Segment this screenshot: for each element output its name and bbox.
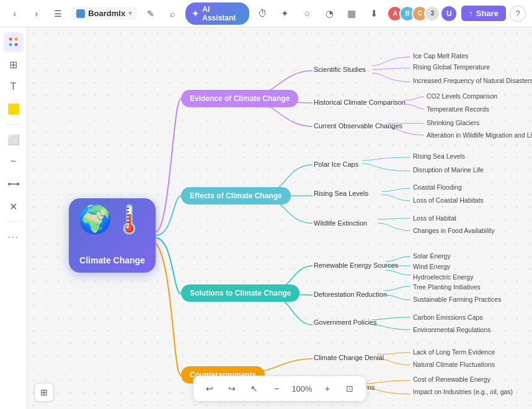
left-sidebar: ⊞ T ⬜ ~ ✕ ··· [0,27,27,409]
center-node-icon: 🌍🌡️ [78,203,146,235]
leaf-increased-freq: Increased Frequency of Natural Disasters [413,77,532,84]
leaf-loss-habitat: Loss of Habitat [413,214,456,222]
help-button[interactable]: ? [510,6,526,22]
sidebar-icon-sticky[interactable] [4,99,24,119]
redo-button[interactable]: ↪ [223,380,241,397]
svg-point-3 [14,43,17,46]
share-label: Share [476,9,499,18]
ai-icon: ✦ [192,9,199,19]
tool-clock[interactable]: ◔ [320,4,339,23]
leaf-natural-fluctuations: Natural Climate Fluctuations [413,361,495,368]
undo-button[interactable]: ↩ [201,380,218,397]
toolbar-left: ‹ › ☰ Boardmlx ▾ ✎ ⌕ ✦ AI Assistant [6,2,249,25]
sidebar-divider-1 [6,124,21,125]
leaf-rising-global-temp: Rising Global Temperature [413,63,490,71]
branch-effects[interactable]: Effects of Climate Change [181,187,291,205]
logo-chevron: ▾ [128,9,132,17]
leaf-rising-sea: Rising Sea Levels [413,152,465,160]
forward-button[interactable]: › [28,5,45,22]
leaf-glaciers: Shrinking Glaciers [427,119,479,126]
ai-label: AI Assistant [202,5,243,22]
leaf-wildlife-migration: Alteration in Wildlife Migration and Lif… [427,131,532,139]
sidebar-icon-cross[interactable]: ✕ [4,196,24,216]
leaf-co2: CO2 Levels Comparison [427,92,497,100]
sidebar-divider-2 [6,221,21,222]
branch-solutions-label: Solutions to Climate Change [190,289,291,297]
logo-chip[interactable]: Boardmlx ▾ [71,7,137,20]
share-button[interactable]: ↑ Share [461,6,506,21]
ai-assistant-chip[interactable]: ✦ AI Assistant [185,2,249,25]
sidebar-icon-grid[interactable]: ⊞ [4,55,24,74]
center-node[interactable]: 🌍🌡️ Climate Change [69,198,156,273]
user-avatar[interactable]: U [440,5,458,22]
sub-scientific-studies[interactable]: Scientific Studies [314,66,366,73]
svg-point-5 [17,183,19,185]
sidebar-more-label: ··· [7,231,19,244]
leaf-carbon-caps: Carbon Emissions Caps [413,314,483,321]
tool-circle[interactable]: ○ [298,4,316,23]
leaf-env-regs: Environmental Regulations [413,326,491,333]
sub-current-observable[interactable]: Current Observable Changes [314,122,402,130]
svg-point-1 [14,38,17,41]
bottom-toolbar: ↩ ↪ ↖ − 100% + ⊡ [193,376,366,402]
tool-timer[interactable]: ⏱ [253,4,272,23]
leaf-industries: Impact on Industries (e.g., oil, gas) [413,388,513,395]
leaf-wind: Wind Energy [413,263,450,270]
menu-button[interactable]: ☰ [50,5,66,22]
svg-point-4 [8,183,11,185]
leaf-coastal-flooding: Coastal Flooding [413,183,462,191]
leaf-ice-cap: Ice Cap Melt Rates [413,52,468,59]
pen-button[interactable]: ✎ [142,5,159,22]
avatar-count: 3 [424,6,440,22]
cursor-button[interactable]: ↖ [246,380,263,397]
branch-evidence-label: Evidence of Climate Change [190,94,290,103]
leaf-marine-life: Disruption of Marine Life [413,166,484,174]
sub-polar-ice[interactable]: Polar Ice Caps [314,161,358,168]
leaf-temp-records: Temperature Records [427,105,489,113]
leaf-food-availability: Changes in Food Availability [413,227,495,234]
sidebar-icon-text[interactable]: T [4,77,24,97]
search-button[interactable]: ⌕ [164,5,180,22]
zoom-level: 100% [290,384,314,394]
avatar-group: A B C 3 [387,6,440,22]
app-container: ‹ › ☰ Boardmlx ▾ ✎ ⌕ ✦ AI Assistant ⏱ ✦ … [0,0,532,409]
leaf-hydro: Hydroelectric Energy [413,273,473,281]
sub-renewable-energy[interactable]: Renewable Energy Sources [314,262,398,269]
tool-chart[interactable]: ▦ [342,4,361,23]
sidebar-icon-shape[interactable]: ⬜ [4,130,24,149]
leaf-tree-planting: Tree Planting Initiatives [413,283,481,291]
center-node-label: Climate Change [79,255,145,265]
main-area: ⊞ T ⬜ ~ ✕ ··· [0,27,532,409]
branch-effects-label: Effects of Climate Change [190,191,282,200]
sidebar-icon-connector[interactable] [4,174,24,194]
toolbar-right: ⏱ ✦ ○ ◔ ▦ ⬇ A B C 3 U ↑ Share ? [253,4,526,23]
sub-gov-policies[interactable]: Government Policies [314,319,377,326]
sub-historical-climate[interactable]: Historical Climate Comparison [314,99,406,106]
leaf-coastal-habitats: Loss of Coastal Habitats [413,196,484,204]
toolbar: ‹ › ☰ Boardmlx ▾ ✎ ⌕ ✦ AI Assistant ⏱ ✦ … [0,0,532,27]
branch-evidence[interactable]: Evidence of Climate Change [181,90,298,107]
tool-download[interactable]: ⬇ [365,4,383,23]
leaf-long-term: Lack of Long Term Evidence [413,348,495,356]
leaf-cost-renewable: Cost of Renewable Energy [413,376,490,383]
sub-rising-sea[interactable]: Rising Sea Levels [314,190,368,197]
sidebar-icon-palette[interactable] [4,32,24,52]
fit-button[interactable]: ⊡ [341,380,358,397]
leaf-solar: Solar Energy [413,252,451,260]
sub-climate-denial[interactable]: Climate Change Denial [314,354,384,361]
share-icon: ↑ [469,9,473,18]
zoom-in-button[interactable]: + [319,380,336,397]
branch-solutions[interactable]: Solutions to Climate Change [181,284,299,302]
svg-point-0 [9,38,12,41]
canvas-area[interactable]: 🌍🌡️ Climate Change Evidence of Climate C… [27,27,532,409]
tool-star[interactable]: ✦ [275,4,294,23]
back-button[interactable]: ‹ [6,5,23,22]
sidebar-icon-more[interactable]: ··· [4,227,24,247]
sub-deforestation[interactable]: Deforestation Reduction [314,291,387,298]
logo-label: Boardmlx [88,9,125,18]
page-button[interactable]: ⊞ [35,383,53,402]
zoom-out-button[interactable]: − [268,380,285,397]
sub-wildlife-extinction[interactable]: Wildlife Extinction [314,219,367,227]
logo-icon [76,9,85,18]
sidebar-icon-curve[interactable]: ~ [4,152,24,172]
